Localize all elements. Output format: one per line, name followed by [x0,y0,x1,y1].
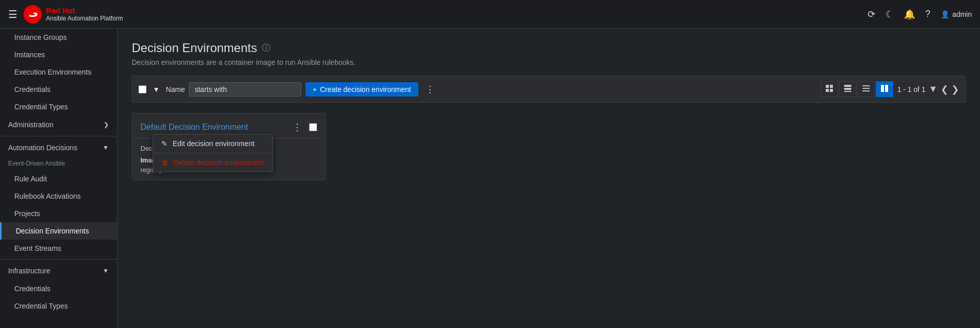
svg-rect-6 [844,88,851,90]
help-icon[interactable]: ? [925,9,930,19]
svg-rect-1 [826,85,829,88]
page-subtitle: Decision environments are a container im… [132,58,966,66]
redhat-logo-icon [23,5,42,24]
svg-rect-10 [863,90,870,91]
card-kebab-button[interactable]: ⋮ [290,121,305,134]
sidebar-item-label: Credential Types [14,302,68,310]
sidebar-section-automation-decisions[interactable]: Automation Decisions ▼ [0,138,117,157]
edit-decision-environment-item[interactable]: ✎ Edit decision environment [153,134,272,153]
svg-rect-11 [881,85,884,92]
delete-decision-environment-item[interactable]: 🗑 Delete decision environment [153,153,272,172]
sidebar-section-administration[interactable]: Administration ❯ [0,115,117,134]
sidebar: Instance Groups Instances Execution Envi… [0,29,117,328]
trash-icon: 🗑 [161,158,169,167]
brand-name: Red Hat [46,6,123,15]
svg-rect-7 [844,91,851,92]
chevron-right-icon: ❯ [104,121,109,128]
sidebar-divider-2 [0,259,117,260]
edit-label: Edit decision environment [173,139,254,148]
username: admin [952,10,972,18]
sidebar-item-execution-environments[interactable]: Execution Environments [0,63,117,81]
svg-rect-8 [863,85,870,86]
sidebar-item-rule-audit[interactable]: Rule Audit [0,170,117,188]
page-help-icon[interactable]: ⓘ [262,43,270,54]
view-list-btn[interactable] [857,81,875,97]
sidebar-item-infra-credentials[interactable]: Credentials [0,280,117,297]
dark-mode-icon[interactable]: ☾ [886,9,894,20]
view-table-btn[interactable] [821,81,838,97]
top-navigation: ☰ Red Hat Ansible Automation Platform ⟳ … [0,0,980,29]
filter-type-dropdown[interactable]: ▼ [151,84,162,95]
filter-input[interactable] [189,82,301,97]
sidebar-item-decision-environments[interactable]: Decision Environments [0,222,117,240]
user-icon: 👤 [941,10,949,18]
sidebar-item-instance-groups[interactable]: Instance Groups [0,29,117,46]
toolbar-kebab-button[interactable]: ⋮ [422,83,438,96]
svg-rect-9 [863,88,870,89]
sidebar-item-credentials[interactable]: Credentials [0,81,117,98]
sidebar-item-label: Event Streams [14,244,61,252]
sidebar-section-label: Infrastructure [8,267,50,275]
sidebar-item-label: Rulebook Activations [14,192,81,200]
sidebar-item-label: Rule Audit [14,175,47,183]
sidebar-section-label: Administration [8,121,54,129]
brand: Red Hat Ansible Automation Platform [23,5,123,24]
sidebar-item-label: Credentials [14,285,51,293]
sidebar-item-rulebook-activations[interactable]: Rulebook Activations [0,188,117,205]
card-dropdown-menu: ✎ Edit decision environment 🗑 Delete dec… [153,134,273,172]
svg-rect-2 [830,85,833,88]
user-menu[interactable]: 👤 admin [941,10,972,18]
svg-rect-5 [844,85,851,87]
sidebar-section-label: Automation Decisions [8,144,77,152]
sidebar-item-event-streams[interactable]: Event Streams [0,240,117,257]
sidebar-divider [0,136,117,136]
view-grid-btn[interactable] [839,81,856,97]
view-options [821,81,893,97]
chevron-down-icon: ▼ [103,144,109,151]
hamburger-menu[interactable]: ☰ [8,8,17,20]
sidebar-item-credential-types[interactable]: Credential Types [0,98,117,115]
pagination-next-btn[interactable]: ❯ [951,84,959,95]
select-all-checkbox[interactable] [138,85,147,93]
svg-point-0 [23,5,42,24]
card-checkbox[interactable] [309,123,317,131]
svg-rect-12 [885,85,888,92]
notifications-icon[interactable]: 🔔 [904,9,915,20]
card-title[interactable]: Default Decision Environment [140,123,248,132]
pagination-info: 1 - 1 of 1 ▼ ❮ ❯ [897,84,959,95]
topnav-actions: ⟳ ☾ 🔔 ? 👤 admin [868,9,972,20]
sidebar-item-projects[interactable]: Projects [0,205,117,222]
card-header-icons: ⋮ [290,121,317,134]
sidebar-item-instances[interactable]: Instances [0,46,117,63]
brand-subtitle: Ansible Automation Platform [46,15,123,22]
page-header: Decision Environments ⓘ [132,41,966,55]
sidebar-item-label: Execution Environments [14,68,91,76]
pagination-text: 1 - 1 of 1 [897,85,925,93]
pagination-dropdown-btn[interactable]: ▼ [928,84,938,95]
sidebar-item-label: Decision Environments [16,227,89,235]
create-btn-label: Create decision environment [320,85,411,93]
refresh-icon[interactable]: ⟳ [868,9,875,20]
sidebar-section-infrastructure[interactable]: Infrastructure ▼ [0,262,117,280]
card-grid: Default Decision Environment ⋮ Decision … [132,113,966,180]
chevron-down-icon-2: ▼ [103,267,109,274]
svg-rect-3 [826,89,829,92]
sidebar-item-infra-credential-types[interactable]: Credential Types [0,297,117,315]
plus-icon: + [313,85,317,93]
sidebar-item-label: Credentials [14,85,51,93]
delete-label: Delete decision environment [174,158,264,167]
main-content: Decision Environments ⓘ Decision environ… [117,29,980,328]
sidebar-item-label: Projects [14,209,40,218]
sidebar-item-label: Instance Groups [14,33,67,41]
brand-text: Red Hat Ansible Automation Platform [46,6,123,22]
pagination-prev-btn[interactable]: ❮ [941,84,948,95]
filter-label: Name [166,85,185,93]
sidebar-item-label: Instances [14,51,45,59]
sidebar-subsection-eda: Event-Driven Ansible [0,157,117,170]
pencil-icon: ✎ [161,139,168,148]
svg-rect-4 [830,89,833,92]
sidebar-item-label: Credential Types [14,103,68,111]
view-card-btn[interactable] [876,81,893,97]
page-title: Decision Environments [132,41,257,55]
create-decision-environment-button[interactable]: + Create decision environment [305,82,418,97]
